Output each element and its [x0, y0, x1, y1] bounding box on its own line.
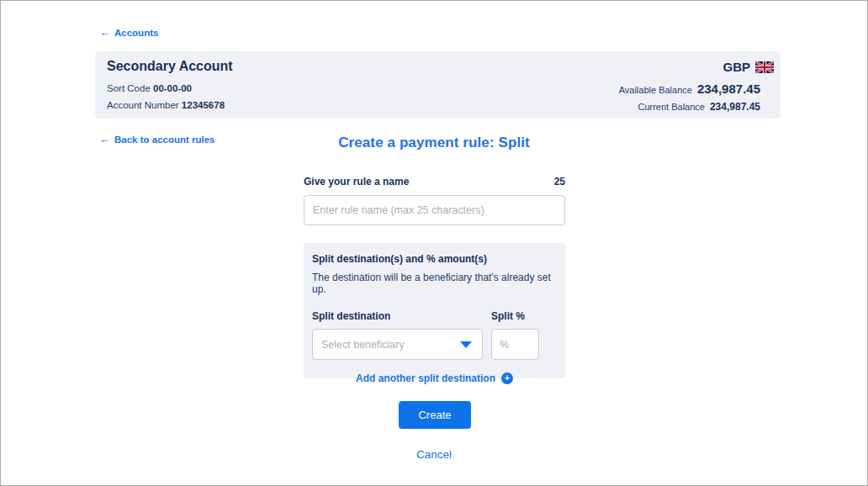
current-balance-label: Current Balance	[638, 102, 705, 112]
beneficiary-select-placeholder: Select beneficiary	[321, 339, 405, 351]
back-arrow-icon: ←	[99, 27, 110, 38]
uk-flag-icon	[755, 61, 774, 73]
split-percent-label: Split %	[491, 310, 525, 322]
add-split-destination-label: Add another split destination	[356, 372, 495, 384]
available-balance-row: Available Balance 234,987.45	[619, 82, 760, 96]
rule-name-label: Give your rule a name	[304, 176, 409, 188]
account-number-row: Account Number 12345678	[107, 100, 225, 110]
split-percent-input[interactable]	[491, 329, 539, 360]
split-destination-label: Split destination	[312, 310, 390, 322]
currency-code: GBP	[722, 60, 750, 74]
account-summary-panel: Secondary Account Sort Code 00-00-00 Acc…	[95, 51, 781, 119]
chevron-down-icon	[460, 341, 472, 348]
rule-name-input[interactable]	[304, 195, 565, 225]
current-balance-row: Current Balance 234,987.45	[638, 101, 760, 113]
beneficiary-select[interactable]: Select beneficiary	[312, 329, 483, 360]
currency-row: GBP	[722, 60, 774, 74]
sort-code-label: Sort Code	[107, 83, 151, 93]
available-balance-label: Available Balance	[619, 85, 692, 95]
sort-code-row: Sort Code 00-00-00	[107, 83, 192, 93]
add-split-destination-link[interactable]: Add another split destination +	[312, 372, 557, 384]
create-payment-rule-page: ← Accounts Secondary Account Sort Code 0…	[0, 0, 868, 486]
account-number-label: Account Number	[107, 100, 179, 110]
accounts-back-label: Accounts	[114, 28, 158, 38]
sort-code-value: 00-00-00	[153, 83, 192, 93]
split-heading: Split destination(s) and % amount(s)	[312, 253, 557, 265]
cancel-link[interactable]: Cancel	[1, 448, 867, 461]
split-labels-row: Split destination Split %	[312, 310, 557, 322]
create-button[interactable]: Create	[399, 401, 471, 429]
available-balance-value: 234,987.45	[697, 82, 760, 96]
split-controls-row: Select beneficiary	[312, 329, 557, 360]
account-number-value: 12345678	[182, 100, 225, 110]
char-counter: 25	[554, 176, 565, 188]
account-name: Secondary Account	[107, 59, 233, 74]
rule-name-label-row: Give your rule a name 25	[304, 176, 565, 188]
rule-name-section: Give your rule a name 25	[304, 176, 565, 225]
split-destinations-panel: Split destination(s) and % amount(s) The…	[304, 243, 565, 378]
page-title: Create a payment rule: Split	[1, 135, 867, 151]
accounts-back-link[interactable]: ← Accounts	[99, 27, 158, 38]
plus-circle-icon: +	[501, 372, 513, 384]
split-subheading: The destination will be a beneficiary th…	[312, 272, 557, 295]
current-balance-value: 234,987.45	[710, 101, 760, 113]
